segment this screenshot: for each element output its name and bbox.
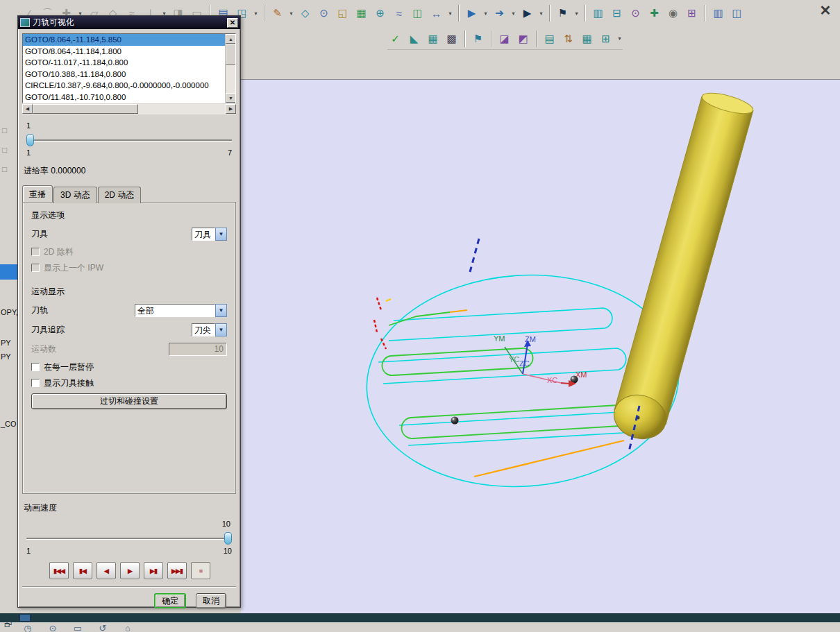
cl-output-icon[interactable]: ◩ <box>515 31 531 46</box>
dropdown-caret-icon[interactable]: ▾ <box>510 10 516 17</box>
zoom-icon[interactable]: ◉ <box>665 6 681 22</box>
list-vertical-scrollbar[interactable]: ▲ ▼ <box>225 34 235 103</box>
dropdown-caret-icon[interactable]: ▾ <box>538 10 544 17</box>
toolpath-list-item[interactable]: CIRCLE/10.387,-9.684,0.800,-0.0000000,-0… <box>23 80 225 92</box>
chevron-down-icon[interactable]: ▼ <box>215 323 227 336</box>
dropdown-caret-icon[interactable]: ▾ <box>616 35 623 42</box>
navigator-node-icon[interactable]: □ <box>2 145 13 156</box>
analysis-icon[interactable]: ▥ <box>590 6 606 22</box>
verify-toolpath-icon[interactable]: ✓ <box>387 31 403 46</box>
step-back-button[interactable]: ▮◀ <box>73 562 92 579</box>
scroll-up-button[interactable]: ▲ <box>226 34 236 44</box>
blend-icon[interactable]: ≈ <box>391 6 407 22</box>
undo-nav-icon[interactable]: ↺ <box>96 623 110 632</box>
dialog-close-button[interactable]: ✕ <box>227 18 238 28</box>
dropdown-caret-icon[interactable]: ▾ <box>482 10 489 17</box>
navigator-item-fragment[interactable]: OPY, <box>1 308 17 316</box>
panel-icon[interactable]: ▭ <box>71 623 85 632</box>
flag-icon[interactable]: ⚑ <box>555 6 571 22</box>
ok-button[interactable]: 确定 <box>154 593 186 608</box>
pattern-icon[interactable]: ▦ <box>353 6 369 22</box>
tool-display-combo[interactable]: 刀具 ▼ <box>192 228 227 241</box>
step-forward-button[interactable]: ▶▮ <box>144 562 163 579</box>
navigator-selected-row[interactable] <box>0 264 17 280</box>
hole-icon[interactable]: ⊙ <box>316 6 332 22</box>
scrollbar-thumb[interactable] <box>33 104 138 114</box>
checkbox-pause-each-level[interactable] <box>31 363 40 371</box>
navigator-item-fragment[interactable]: PY <box>1 339 11 347</box>
edit-display-icon[interactable]: ⊞ <box>598 31 614 46</box>
scroll-down-button[interactable]: ▼ <box>226 93 236 103</box>
navigator-item-fragment[interactable]: _CO <box>1 420 17 428</box>
dropdown-caret-icon[interactable]: ▾ <box>573 10 580 17</box>
tab-2d-dynamic[interactable]: 2D 动态 <box>98 187 142 203</box>
dropdown-caret-icon[interactable]: ▾ <box>288 10 294 17</box>
postprocess-icon[interactable]: ▶ <box>519 6 535 22</box>
pause-each-level-option[interactable]: 在每一层暂停 <box>31 361 227 373</box>
checkbox-show-tool-contact[interactable] <box>31 379 40 387</box>
user-icon[interactable]: ⊙ <box>46 623 60 632</box>
window-icon[interactable]: ▥ <box>710 6 726 22</box>
slider-groove[interactable] <box>26 538 232 539</box>
unite-icon[interactable]: ⊕ <box>372 6 388 22</box>
shop-doc-icon[interactable]: ◪ <box>496 31 512 46</box>
workpiece-icon[interactable]: ▦ <box>579 31 595 46</box>
navigator-item-fragment[interactable]: PY <box>1 352 11 361</box>
add-icon[interactable]: ✚ <box>646 6 662 22</box>
scroll-right-button[interactable]: ▶ <box>226 104 236 114</box>
frame-slider[interactable] <box>26 134 232 146</box>
post-icon[interactable]: ▩ <box>444 31 460 46</box>
dropdown-caret-icon[interactable]: ▾ <box>447 10 453 17</box>
cancel-button[interactable]: 取消 <box>196 593 226 608</box>
navigator-node-icon[interactable]: □ <box>2 126 13 137</box>
tab-replay[interactable]: 重播 <box>22 185 53 202</box>
sync-icon[interactable]: ⇅ <box>560 31 576 46</box>
go-to-start-button[interactable]: ▮◀◀ <box>49 562 69 579</box>
copy-face-icon[interactable]: ◫ <box>410 6 426 22</box>
move-icon[interactable]: ↔ <box>428 6 444 22</box>
dialog-titlebar[interactable]: 刀轨可视化 ✕ <box>18 16 240 29</box>
close-icon[interactable]: ✕ <box>816 1 834 19</box>
home-icon[interactable]: ⌂ <box>121 623 135 632</box>
chevron-down-icon[interactable]: ▼ <box>215 304 227 317</box>
measure-icon[interactable]: ⊙ <box>628 6 644 22</box>
toolpath-command-list[interactable]: GOTO/8.064,-11.184,5.850GOTO/8.064,-11.1… <box>22 33 236 103</box>
output-cl-icon[interactable]: ➔ <box>492 6 507 22</box>
play-back-button[interactable]: ◀ <box>96 562 116 579</box>
toolpath-list-item[interactable]: GOTO/8.064,-11.184,5.850 <box>23 34 225 46</box>
machine-sim-icon[interactable]: ▦ <box>425 31 441 46</box>
toolpath-display-combo[interactable]: 全部 ▼ <box>135 304 227 317</box>
slider-thumb[interactable] <box>224 532 232 545</box>
slider-groove[interactable] <box>26 139 232 141</box>
section-icon[interactable]: ⊟ <box>609 6 625 22</box>
gouge-collision-settings-button[interactable]: 过切和碰撞设置 <box>31 393 227 409</box>
scrollbar-thumb[interactable] <box>226 44 236 65</box>
window-restore-icon[interactable]: 🗗 <box>4 620 15 631</box>
toolpath-list-item[interactable]: GOTO/8.064,-11.184,1.800 <box>23 46 225 58</box>
chevron-down-icon[interactable]: ▼ <box>215 228 227 241</box>
flag-icon[interactable]: ⚑ <box>470 31 486 46</box>
toolpath-list-item[interactable]: GOTO/-11.017,-11.184,0.800 <box>23 57 225 69</box>
extrude-icon[interactable]: ◱ <box>335 6 351 22</box>
generate-toolpath-icon[interactable]: ▶ <box>464 6 480 22</box>
speed-slider[interactable] <box>26 532 232 545</box>
scroll-left-button[interactable]: ◀ <box>22 104 33 114</box>
go-to-end-button[interactable]: ▶▶▮ <box>167 562 187 579</box>
tool-track-combo[interactable]: 刀尖 ▼ <box>192 323 227 336</box>
graphics-viewport[interactable]: YM ZM YC ZC XC XM <box>241 79 840 614</box>
operation-list-icon[interactable]: ▤ <box>541 31 557 46</box>
history-icon[interactable]: ◷ <box>21 623 35 632</box>
navigator-node-icon[interactable]: □ <box>2 164 13 176</box>
show-tool-contact-option[interactable]: 显示刀具接触 <box>31 377 227 388</box>
datum-plane-icon[interactable]: ◇ <box>297 6 313 22</box>
toolpath-list-item[interactable]: GOTO/10.388,-11.184,0.800 <box>23 69 225 80</box>
tab-3d-dynamic[interactable]: 3D 动态 <box>53 187 97 203</box>
dropdown-caret-icon[interactable]: ▾ <box>253 10 259 17</box>
simulate-icon[interactable]: ◣ <box>406 31 422 46</box>
sketch-icon[interactable]: ✎ <box>269 6 285 22</box>
play-forward-button[interactable]: ▶ <box>120 562 140 579</box>
list-horizontal-scrollbar[interactable]: ◀ ▶ <box>22 104 236 114</box>
toolpath-list-item[interactable]: GOTO/11.481,-10.710,0.800 <box>23 92 225 103</box>
grid-purple-icon[interactable]: ⊞ <box>684 6 700 22</box>
slider-thumb[interactable] <box>26 134 34 146</box>
